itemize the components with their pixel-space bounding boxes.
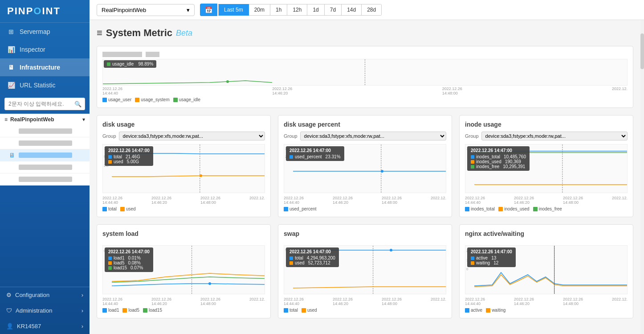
system-load-tooltip: 2022.12.26 14:47:00 load10.01% load50.08… xyxy=(105,247,153,272)
list-item[interactable]: 🖥 xyxy=(0,125,90,137)
sidebar-item-user[interactable]: 👤 KR14587 › xyxy=(0,318,90,334)
svg-point-18 xyxy=(390,249,392,252)
swap-legend: total used xyxy=(284,308,446,313)
page-title-icon: ≡ xyxy=(97,27,102,39)
sidebar-item-infrastructure[interactable]: 🖥 Infrastructure xyxy=(0,58,90,76)
chevron-right-icon: › xyxy=(82,292,83,298)
sidebar-item-servermap[interactable]: ⊞ Servermap xyxy=(0,23,90,41)
instance-name xyxy=(19,140,72,146)
scrollbar[interactable] xyxy=(640,20,644,334)
disk-usage-chart: 2022.12.26 14:47:00 total21.46G used5.00… xyxy=(102,144,265,193)
time-btn-28d[interactable]: 28d xyxy=(362,4,382,16)
instance-icon: 🖥 xyxy=(9,140,15,147)
top-row-partial: usage_system 0.23% usage_idle98.89% xyxy=(97,46,633,108)
partial-legend: usage_system 0.23% xyxy=(102,52,628,57)
app-logo: PINPOINT xyxy=(0,0,90,23)
instance-icon: 🖥 xyxy=(9,176,15,183)
time-btn-1h[interactable]: 1h xyxy=(270,4,287,16)
time-btn-last5m[interactable]: Last 5m xyxy=(218,4,249,16)
time-btn-20m[interactable]: 20m xyxy=(249,4,270,16)
legend-usage-idle: usage_idle xyxy=(173,97,200,102)
inode-title: inode usage xyxy=(465,121,628,128)
nginx-tooltip: 2022.12.26 14:47:00 active13 waiting12 xyxy=(467,247,516,267)
chevron-down-icon: ▾ xyxy=(187,7,190,13)
disk-usage-title: disk usage xyxy=(102,121,265,128)
sidebar-item-configuration[interactable]: ⚙ Configuration › xyxy=(0,287,90,303)
chevron-right-icon: › xyxy=(82,323,83,330)
time-group: Last 5m 20m 1h 12h 1d 7d 14d 28d xyxy=(218,4,382,16)
instance-name xyxy=(19,165,72,170)
group-select[interactable]: device:sda3,fstype:xfs,mode:rw,pat... xyxy=(481,132,628,140)
group-label: Group xyxy=(102,133,116,139)
search-input[interactable] xyxy=(4,98,85,110)
app-tree-header[interactable]: ≡ RealPinpointWeb ▾ xyxy=(0,114,90,125)
svg-point-15 xyxy=(208,282,211,285)
list-item[interactable]: 🖥 xyxy=(0,137,90,149)
system-load-chart: 2022.12.26 14:47:00 load10.01% load50.08… xyxy=(102,245,265,294)
page-area: ≡ System Metric Beta usage_system 0.23% … xyxy=(90,20,644,334)
app-tree: ≡ RealPinpointWeb ▾ 🖥 🖥 🖥 🖥 🖥 xyxy=(0,114,90,189)
spacer xyxy=(284,241,446,245)
swap-chart: 2022.12.26 14:47:00 total4,294,963,200 u… xyxy=(284,245,446,294)
inode-chart: 2022.12.26 14:47:00 inodes_total10,485,7… xyxy=(465,144,628,193)
app-selector[interactable]: RealPinpointWeb ▾ xyxy=(97,4,195,16)
instance-icon: 🖥 xyxy=(9,152,15,159)
sidebar-nav: ⊞ Servermap 📊 Inspector 🖥 Infrastructure… xyxy=(0,23,90,287)
administration-label: Administration xyxy=(16,307,52,314)
group-select[interactable]: device:sda3,fstype:xfs,mode:rw,pat... xyxy=(300,132,446,140)
page-content: ≡ System Metric Beta usage_system 0.23% … xyxy=(90,20,640,334)
instance-icon: 🖥 xyxy=(9,164,15,171)
legend-usage-user: usage_user xyxy=(102,97,131,102)
metric-card-system-load: system load 2022.12.26 14:47:00 load10.0… xyxy=(97,224,271,318)
time-btn-1d[interactable]: 1d xyxy=(307,4,324,16)
inode-group: Group device:sda3,fstype:xfs,mode:rw,pat… xyxy=(465,132,628,140)
time-btn-14d[interactable]: 14d xyxy=(342,4,362,16)
scrollbar-thumb[interactable] xyxy=(640,33,644,69)
list-item[interactable]: 🖥 xyxy=(0,149,90,161)
calendar-button[interactable]: 📅 xyxy=(200,4,217,16)
svg-point-10 xyxy=(381,170,383,173)
nginx-legend: active waiting xyxy=(465,308,628,313)
inode-tooltip: 2022.12.26 14:47:00 inodes_total10,485,7… xyxy=(467,146,530,171)
page-title-beta: Beta xyxy=(176,29,192,38)
metric-card-disk-percent: disk usage percent Group device:sda3,fst… xyxy=(278,115,452,217)
cpu-tooltip-partial: usage_idle98.89% xyxy=(104,60,156,68)
nginx-title: nginx active/waiting xyxy=(465,230,628,237)
app-tree-name: RealPinpointWeb xyxy=(10,116,54,123)
list-item[interactable]: 🖥 xyxy=(0,173,90,186)
list-item[interactable]: 🖥 xyxy=(0,161,90,173)
group-select[interactable]: device:sda3,fstype:xfs,mode:rw,pat... xyxy=(119,132,265,140)
metric-card-disk-usage: disk usage Group device:sda3,fstype:xfs,… xyxy=(97,115,271,217)
cpu-legend: usage_user usage_system usage_idle xyxy=(102,97,628,102)
disk-usage-group: Group device:sda3,fstype:xfs,mode:rw,pat… xyxy=(102,132,265,140)
url-statistic-icon: 📈 xyxy=(7,82,15,89)
disk-percent-title: disk usage percent xyxy=(284,121,446,128)
svg-text:0: 0 xyxy=(466,267,469,271)
infrastructure-icon: 🖥 xyxy=(7,64,15,71)
instance-name xyxy=(19,153,72,158)
time-controls: 📅 Last 5m 20m 1h 12h 1d 7d 14d 28d xyxy=(200,4,382,16)
time-btn-12h[interactable]: 12h xyxy=(287,4,307,16)
system-load-title: system load xyxy=(102,230,265,237)
swap-title: swap xyxy=(284,230,446,237)
servermap-icon: ⊞ xyxy=(7,28,15,35)
page-title-text: System Metric xyxy=(106,27,172,39)
sidebar-item-label: Infrastructure xyxy=(20,64,60,71)
disk-percent-legend: used_percent xyxy=(284,206,446,211)
disk-legend: total used xyxy=(102,206,265,211)
user-label: KR14587 xyxy=(17,323,41,330)
nginx-chart: 2022.12.26 14:47:00 active13 waiting12 2… xyxy=(465,245,628,294)
sidebar-item-administration[interactable]: 🛡 Administration › xyxy=(0,303,90,318)
administration-icon: 🛡 xyxy=(6,307,12,314)
configuration-label: Configuration xyxy=(15,292,49,298)
spacer xyxy=(465,241,628,245)
svg-point-1 xyxy=(226,80,229,83)
inode-timestamps: 2022.12.2614:44:40 2022.12.2614:46:20 20… xyxy=(465,196,628,205)
time-btn-7d[interactable]: 7d xyxy=(325,4,342,16)
sidebar-item-inspector[interactable]: 📊 Inspector xyxy=(0,41,90,58)
sidebar-item-url-statistic[interactable]: 📈 URL Statistic xyxy=(0,76,90,94)
page-title: ≡ System Metric Beta xyxy=(97,27,633,39)
search-icon: 🔍 xyxy=(74,101,82,107)
disk-percent-group: Group device:sda3,fstype:xfs,mode:rw,pat… xyxy=(284,132,446,140)
spacer xyxy=(102,241,265,245)
